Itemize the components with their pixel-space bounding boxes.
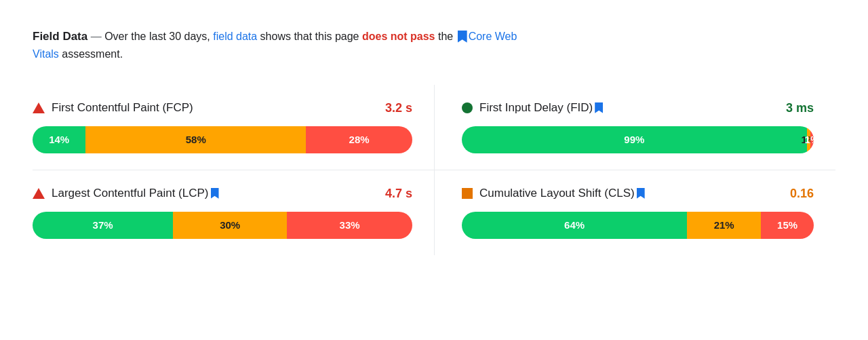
bar-segment-fid-0: 99%: [462, 126, 807, 153]
bar-segment-cls-0: 64%: [462, 212, 687, 239]
triangle-icon-fcp: [33, 102, 45, 113]
metric-value-fid: 3 ms: [786, 101, 814, 115]
metric-title-fid: First Input Delay (FID): [479, 101, 779, 115]
assessment-text: assessment.: [59, 48, 123, 60]
progress-bar-fid: 99%1%1%: [462, 126, 814, 153]
metric-title-lcp: Largest Contentful Paint (LCP): [52, 187, 378, 200]
bar-segment-fcp-1: 58%: [85, 126, 306, 153]
metric-header-lcp: Largest Contentful Paint (LCP)4.7 s: [33, 187, 412, 201]
metric-header-fid: First Input Delay (FID)3 ms: [462, 101, 814, 115]
triangle-icon-lcp: [33, 188, 45, 199]
vitals-link[interactable]: Vitals: [33, 48, 59, 60]
bookmark-icon-lcp: [211, 188, 219, 199]
core-web-vitals-bookmark-icon: [458, 31, 467, 43]
bar-segment-lcp-1: 30%: [173, 212, 287, 239]
bar-segment-fcp-0: 14%: [33, 126, 85, 153]
circle-icon-fid: [462, 102, 473, 113]
bookmark-icon-cls: [637, 188, 645, 199]
field-data-header: Field Data — Over the last 30 days, fiel…: [33, 27, 835, 63]
metric-header-fcp: First Contentful Paint (FCP)3.2 s: [33, 101, 412, 115]
bar-segment-cls-1: 21%: [687, 212, 761, 239]
bar-segment-lcp-0: 37%: [33, 212, 173, 239]
bar-segment-fcp-2: 28%: [306, 126, 412, 153]
metrics-grid: First Contentful Paint (FCP)3.2 s14%58%2…: [33, 85, 835, 255]
end-text: the: [435, 31, 456, 42]
metric-value-fcp: 3.2 s: [385, 101, 412, 115]
metric-value-cls: 0.16: [790, 187, 814, 201]
dash: —: [91, 31, 102, 42]
progress-bar-lcp: 37%30%33%: [33, 212, 412, 239]
intro-text: Over the last 30 days,: [104, 31, 213, 42]
metric-value-lcp: 4.7 s: [385, 187, 412, 201]
metric-cell-fcp: First Contentful Paint (FCP)3.2 s14%58%2…: [33, 85, 434, 170]
bookmark-icon-fid: [595, 102, 603, 113]
field-data-link[interactable]: field data: [213, 31, 257, 42]
metric-header-cls: Cumulative Layout Shift (CLS)0.16: [462, 187, 814, 201]
metric-title-cls: Cumulative Layout Shift (CLS): [479, 187, 783, 200]
metric-cell-cls: Cumulative Layout Shift (CLS)0.1664%21%1…: [434, 170, 835, 255]
middle-text: shows that this page: [257, 31, 362, 42]
square-icon-cls: [462, 188, 473, 199]
progress-bar-cls: 64%21%15%: [462, 212, 814, 239]
bar-segment-fid-2: 1%: [810, 126, 814, 153]
core-web-link[interactable]: Core Web: [469, 31, 517, 42]
metric-title-fcp: First Contentful Paint (FCP): [52, 101, 378, 115]
progress-bar-fcp: 14%58%28%: [33, 126, 412, 153]
bar-segment-cls-2: 15%: [761, 212, 814, 239]
bar-segment-lcp-2: 33%: [287, 212, 412, 239]
field-data-label: Field Data: [33, 30, 87, 43]
metric-cell-fid: First Input Delay (FID)3 ms99%1%1%: [434, 85, 835, 170]
does-not-pass-text: does not pass: [362, 31, 435, 42]
metric-cell-lcp: Largest Contentful Paint (LCP)4.7 s37%30…: [33, 170, 434, 255]
